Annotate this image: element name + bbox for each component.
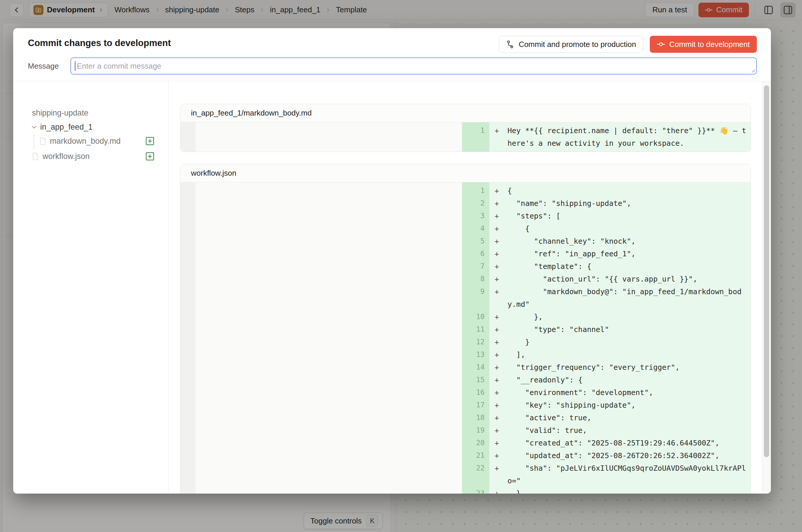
diff-line: 2+ "name": "shipping-update",	[181, 197, 751, 210]
diff-line: 9+ "markdown_body@": "in_app_feed_1/mark…	[181, 285, 751, 310]
new-line-content: + "environment": "development",	[489, 386, 751, 399]
old-line-content	[195, 197, 462, 210]
diff-line-text: Hey **{{ recipient.name | default: "ther…	[507, 125, 747, 150]
new-line-number: 4	[462, 222, 489, 235]
diff-rows: 1+{2+ "name": "shipping-update",3+ "step…	[181, 183, 751, 494]
new-line-content: + "steps": [	[489, 210, 751, 222]
new-line-number: 1	[462, 125, 489, 150]
diff-line: 13+ ],	[181, 348, 751, 361]
old-line-gutter	[181, 310, 195, 323]
diff-plus-sign: +	[495, 310, 499, 323]
diff-plus-sign: +	[495, 248, 499, 260]
expand-diff-button[interactable]	[145, 136, 155, 146]
diff-line: 18+ "active": true,	[181, 412, 751, 424]
diff-line: 1+Hey **{{ recipient.name | default: "th…	[181, 125, 751, 150]
new-line-number: 10	[462, 310, 489, 323]
old-line-content	[195, 437, 462, 449]
diff-filename: in_app_feed_1/markdown_body.md	[191, 109, 312, 118]
diff-line: 11+ "type": "channel"	[181, 323, 751, 336]
old-line-gutter	[181, 487, 195, 494]
commit-to-development-button[interactable]: Commit to development	[650, 36, 757, 53]
diff-plus-sign: +	[495, 399, 499, 412]
old-line-gutter	[181, 386, 195, 399]
new-line-content: +Hey **{{ recipient.name | default: "the…	[489, 125, 751, 150]
old-line-content	[195, 374, 462, 386]
old-line-gutter	[181, 273, 195, 285]
old-line-gutter	[181, 235, 195, 248]
expand-diff-button[interactable]	[145, 151, 155, 162]
diff-line-text: "ref": "in_app_feed_1",	[507, 248, 747, 260]
diff-line: 19+ "valid": true,	[181, 424, 751, 437]
tree-item-workflow-root[interactable]: shipping-update	[32, 108, 88, 118]
diff-line: 14+ "trigger_frequency": "every_trigger"…	[181, 361, 751, 374]
file-icon	[39, 137, 46, 145]
new-line-number: 2	[462, 197, 489, 210]
diff-plus-sign: +	[495, 185, 499, 197]
modal-scrollbar[interactable]	[762, 81, 771, 494]
new-line-content: + "template": {	[489, 260, 751, 273]
old-line-gutter	[181, 437, 195, 449]
diff-plus-sign: +	[495, 323, 499, 336]
tree-indent-guide	[34, 134, 34, 149]
diff-line-text: "__readonly": {	[507, 374, 747, 386]
tree-item-step-folder[interactable]: in_app_feed_1	[31, 122, 93, 132]
new-line-number: 13	[462, 348, 489, 361]
tree-item-markdown-file[interactable]: markdown_body.md	[39, 136, 120, 146]
diff-line-text: },	[507, 310, 747, 323]
file-icon	[32, 152, 39, 160]
diff-line: 21+ "updated_at": "2025-08-26T20:26:52.3…	[181, 449, 751, 462]
scrollbar-thumb[interactable]	[764, 86, 769, 457]
diff-plus-sign: +	[495, 210, 499, 222]
diff-line: 15+ "__readonly": {	[181, 374, 751, 386]
old-line-gutter	[181, 248, 195, 260]
diff-line-text: "channel_key": "knock",	[507, 235, 747, 248]
old-line-gutter	[181, 260, 195, 273]
diff-line-text: "name": "shipping-update",	[507, 197, 747, 210]
new-line-number: 5	[462, 235, 489, 248]
old-line-gutter	[181, 361, 195, 374]
old-line-gutter	[181, 222, 195, 235]
tree-item-workflow-json[interactable]: workflow.json	[32, 151, 90, 162]
diff-panel-header: workflow.json	[181, 164, 751, 183]
diff-plus-sign: +	[495, 260, 499, 273]
new-line-content: + }	[489, 336, 751, 348]
diff-plus-sign: +	[495, 222, 499, 235]
diff-filename: workflow.json	[191, 169, 237, 178]
new-line-number: 23	[462, 487, 489, 494]
new-line-content: + ],	[489, 348, 751, 361]
diff-line: 4+ {	[181, 222, 751, 235]
old-line-content	[195, 248, 462, 260]
old-line-gutter	[181, 424, 195, 437]
new-line-number: 6	[462, 248, 489, 260]
diff-plus-sign: +	[495, 361, 499, 374]
old-line-content	[195, 235, 462, 248]
commit-and-promote-button[interactable]: Commit and promote to production	[499, 36, 643, 53]
diff-line-text: "type": "channel"	[507, 323, 747, 336]
diff-line: 8+ "action_url": "{{ vars.app_url }}",	[181, 273, 751, 285]
resize-grip-icon[interactable]	[751, 68, 756, 73]
diff-plus-sign: +	[495, 273, 499, 285]
diff-plus-sign: +	[495, 348, 499, 361]
diff-plus-sign: +	[495, 412, 499, 424]
diff-line: 17+ "key": "shipping-update",	[181, 399, 751, 412]
old-line-content	[195, 412, 462, 424]
diff-plus-sign: +	[495, 424, 499, 437]
old-line-content	[195, 399, 462, 412]
old-line-gutter	[181, 462, 195, 487]
old-line-content	[195, 222, 462, 235]
old-line-gutter	[181, 336, 195, 348]
diff-line: 3+ "steps": [	[181, 210, 751, 222]
git-branch-icon	[506, 40, 515, 49]
new-line-content: + "trigger_frequency": "every_trigger",	[489, 361, 751, 374]
diff-line-text: "created_at": "2025-08-25T19:29:46.64450…	[507, 437, 747, 449]
new-line-number: 11	[462, 323, 489, 336]
old-line-gutter	[181, 210, 195, 222]
new-line-number: 17	[462, 399, 489, 412]
old-line-gutter	[181, 348, 195, 361]
new-line-content: + "markdown_body@": "in_app_feed_1/markd…	[489, 285, 751, 310]
git-commit-icon	[657, 40, 665, 49]
old-line-content	[195, 487, 462, 494]
new-line-number: 18	[462, 412, 489, 424]
diff-line: 23+ }	[181, 487, 751, 494]
commit-message-input[interactable]	[70, 57, 757, 75]
